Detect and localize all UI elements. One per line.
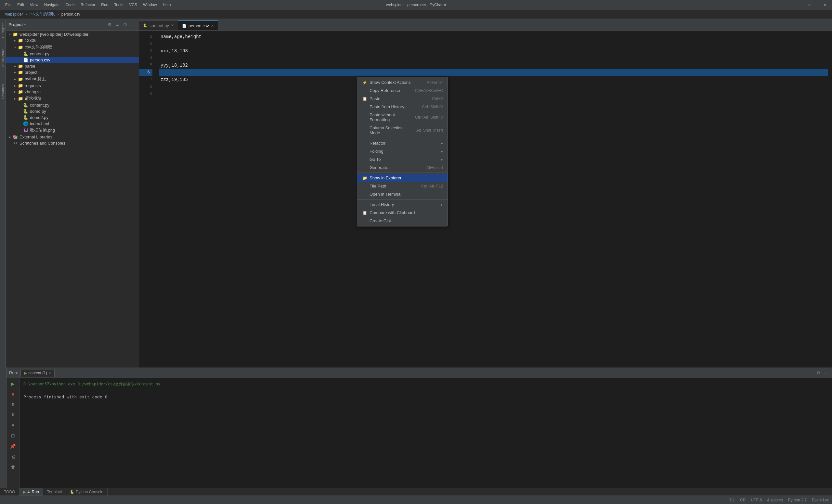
tree-item-scratches[interactable]: ✂ Scratches and Consoles — [6, 140, 139, 146]
ctx-local-history[interactable]: Local History ▸ — [357, 201, 447, 209]
tree-item-webspider[interactable]: ▾ 📁 webspider [web spider] D:\webspider — [6, 31, 139, 37]
project-collapse-icon[interactable]: — — [130, 22, 136, 28]
ctx-create-gist[interactable]: Create Gist... — [357, 217, 447, 225]
status-event-log[interactable]: Event Log — [812, 498, 829, 502]
tree-item-csvfolder[interactable]: ▾ 📁 csv文件的读取 — [6, 44, 139, 51]
ctx-show-context-actions[interactable]: ⚡ Show Context Actions Alt+Enter — [357, 78, 447, 86]
ctx-goto[interactable]: Go To ▸ — [357, 155, 447, 163]
tree-item-domo-py[interactable]: 🐍 domo.py — [6, 108, 139, 114]
code-editor[interactable]: 1 2 3 4 5 6 7 8 9 name,age,height xxx,18… — [139, 30, 832, 368]
run-filter-button[interactable]: ⊞ — [9, 431, 17, 440]
minimize-button[interactable]: ─ — [787, 0, 802, 10]
breadcrumb-file: person.csv — [61, 12, 80, 17]
tab-person-csv[interactable]: 📄 person.csv ✕ — [178, 21, 218, 30]
ctx-explorer-icon: 📁 — [362, 176, 368, 180]
tree-item-python-spider[interactable]: ▸ 📁 python爬虫 — [6, 75, 139, 83]
run-scroll-top-button[interactable]: ⬆ — [9, 400, 17, 409]
run-print-button[interactable]: 🖨 — [9, 452, 17, 461]
btab-terminal[interactable]: Terminal — [43, 488, 66, 496]
btab-todo[interactable]: TODO — [0, 488, 19, 496]
ctx-paste[interactable]: 📋 Paste Ctrl+V — [357, 95, 447, 103]
code-line-2 — [159, 40, 828, 48]
tree-item-person-csv[interactable]: 📄 person.csv — [6, 57, 139, 63]
tree-item-content2-py[interactable]: 🐍 content.py — [6, 102, 139, 108]
ctx-file-path[interactable]: File Path Ctrl+Alt+F12 — [357, 182, 447, 190]
ctx-folding[interactable]: Folding ▸ — [357, 147, 447, 155]
tree-item-png[interactable]: 🖼 数据传输.png — [6, 127, 139, 134]
tree-item-domo2-py[interactable]: 🐍 domo2.py — [6, 114, 139, 121]
ctx-generate[interactable]: Generate... Alt+Insert — [357, 163, 447, 171]
project-tab-label[interactable]: 1: Project — [0, 22, 5, 40]
tree-item-12306[interactable]: ▸ 📁 12306 — [6, 37, 139, 44]
btab-run[interactable]: ▶ 4: Run — [19, 488, 43, 496]
tree-item-zhengze[interactable]: ▸ 📁 zhengze — [6, 89, 139, 95]
tree-item-content-py[interactable]: 🐍 content.py — [6, 51, 139, 57]
run-tab-content[interactable]: ▶ content (1) ✕ — [21, 369, 54, 377]
status-indent[interactable]: 4 spaces — [767, 498, 783, 502]
ctx-sep1 — [357, 138, 447, 138]
left-tool-strip: 1: Project 2: Structure Favorites — [0, 19, 6, 368]
ctx-history-arrow: ▸ — [441, 202, 443, 207]
menu-file[interactable]: File — [3, 2, 14, 8]
status-right: 6:1 CR UTF-8 4 spaces Python 3.7 Event L… — [730, 498, 829, 502]
menu-window[interactable]: Window — [140, 2, 160, 8]
menu-navigate[interactable]: Navigate — [42, 2, 62, 8]
ctx-history-label: Local History — [369, 202, 439, 207]
btab-python-console[interactable]: 🐍 Python Console — [66, 488, 108, 496]
project-expand-icon[interactable]: ⊕ — [122, 22, 128, 28]
run-stop-button[interactable]: ■ — [9, 390, 17, 398]
run-minimize-icon[interactable]: — — [823, 370, 829, 376]
menu-code[interactable]: Code — [63, 2, 77, 8]
ctx-paste-nofmt-label: Paste without Formatting — [369, 112, 410, 122]
breadcrumb-root[interactable]: webspider — [5, 12, 23, 17]
tree-item-index-html[interactable]: 🌐 index.html — [6, 121, 139, 127]
project-dropdown-icon[interactable]: ▾ — [24, 22, 26, 27]
run-play-button[interactable]: ▶ — [9, 379, 17, 388]
run-delete-button[interactable]: 🗑 — [9, 463, 17, 471]
run-tab-close[interactable]: ✕ — [48, 371, 51, 375]
menu-refactor[interactable]: Refactor — [78, 2, 98, 8]
tree-item-qiuqiumokuai[interactable]: ▸ 📁 请求模块 — [6, 95, 139, 102]
close-button[interactable]: ✕ — [817, 0, 832, 10]
maximize-button[interactable]: □ — [802, 0, 817, 10]
ctx-copy-ref-label: Copy Reference — [369, 88, 410, 93]
ctx-show-in-explorer[interactable]: 📁 Show in Explorer — [357, 174, 447, 182]
structure-tab-label[interactable]: 2: Structure — [0, 47, 5, 69]
btab-run-icon: ▶ — [23, 490, 26, 494]
code-content[interactable]: name,age,height xxx,18,193 yyy,18,182 zz… — [155, 30, 832, 368]
ctx-open-terminal[interactable]: Open in Terminal — [357, 190, 447, 198]
tab-content-py[interactable]: 🐍 content.py ✕ — [139, 21, 178, 30]
run-pin-button[interactable]: 📌 — [9, 442, 17, 450]
menu-tools[interactable]: Tools — [111, 2, 126, 8]
menu-vcs[interactable]: VCS — [126, 2, 140, 8]
menu-help[interactable]: Help — [160, 2, 174, 8]
menu-view[interactable]: View — [27, 2, 41, 8]
status-line-endings[interactable]: CR — [740, 498, 746, 502]
tree-item-external-libs[interactable]: ▸ 📚 External Libraries — [6, 134, 139, 140]
menu-run[interactable]: Run — [99, 2, 111, 8]
ctx-copy-reference[interactable]: Copy Reference Ctrl+Alt+Shift+C — [357, 86, 447, 95]
status-python-version[interactable]: Python 3.7 — [788, 498, 807, 502]
tree-item-project[interactable]: ▸ 📁 project — [6, 69, 139, 75]
project-settings-icon[interactable]: ⚙ — [106, 22, 113, 28]
tree-item-requests[interactable]: ▸ 📁 requests — [6, 83, 139, 89]
breadcrumb-folder[interactable]: csv文件的读取 — [30, 11, 55, 17]
ctx-compare-clipboard[interactable]: 📋 Compare with Clipboard — [357, 209, 447, 217]
btab-terminal-label: Terminal — [47, 490, 62, 494]
run-wrap-button[interactable]: ≡ — [9, 421, 17, 430]
ctx-compare-icon: 📋 — [362, 211, 368, 215]
ctx-column-mode[interactable]: Column Selection Mode Alt+Shift+Insert — [357, 124, 447, 137]
favorites-tab-label[interactable]: Favorites — [0, 82, 5, 101]
status-encoding[interactable]: UTF-8 — [751, 498, 762, 502]
tab-content-py-close[interactable]: ✕ — [171, 23, 174, 28]
status-cursor[interactable]: 6:1 — [730, 498, 735, 502]
tree-item-parse[interactable]: ▸ 📁 parse — [6, 63, 139, 69]
ctx-paste-history[interactable]: Paste from History... Ctrl+Shift+V — [357, 103, 447, 111]
project-menu-icon[interactable]: ≡ — [114, 22, 121, 28]
tab-person-csv-close[interactable]: ✕ — [211, 24, 214, 28]
ctx-paste-no-format[interactable]: Paste without Formatting Ctrl+Alt+Shift+… — [357, 111, 447, 124]
run-scroll-bottom-button[interactable]: ⬇ — [9, 411, 17, 419]
run-settings-icon[interactable]: ⚙ — [815, 370, 822, 376]
menu-edit[interactable]: Edit — [15, 2, 27, 8]
ctx-refactor[interactable]: Refactor ▸ — [357, 139, 447, 147]
